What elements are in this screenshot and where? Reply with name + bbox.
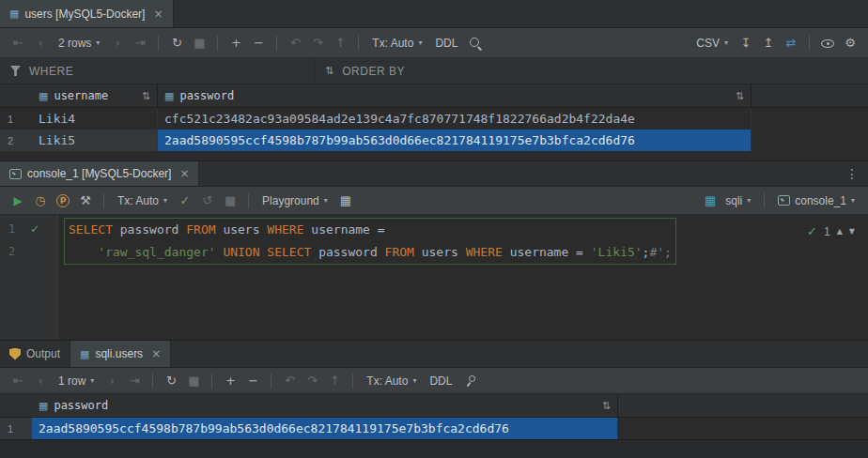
- editor-code-area[interactable]: SELECT password FROM users WHERE usernam…: [58, 215, 868, 340]
- schema-switcher-dropdown[interactable]: ▦ sqli ▾: [694, 191, 756, 211]
- code-token: WHERE: [466, 245, 510, 259]
- row-number-gutter: [0, 394, 32, 417]
- code-line[interactable]: SELECT password FROM users WHERE usernam…: [69, 219, 672, 241]
- ddl-label: DDL: [429, 374, 452, 388]
- code-token: SELECT: [69, 222, 120, 237]
- undo-icon[interactable]: ↶: [279, 371, 300, 391]
- grid-header-row: ▦ username ⇅ ▦ password ⇅: [0, 84, 868, 108]
- code-line[interactable]: 'raw_sql_danger' UNION SELECT password F…: [69, 241, 672, 264]
- tab-label: users [MySQL5-Docker]: [24, 8, 145, 21]
- first-page-icon[interactable]: ⇤: [8, 371, 28, 391]
- page-size-dropdown[interactable]: 2 rows ▾: [53, 33, 105, 53]
- where-filter-field[interactable]: WHERE: [0, 58, 315, 84]
- cell-username[interactable]: Liki5: [32, 130, 158, 151]
- tab-result-grid[interactable]: ▦ sqli.users ×: [70, 341, 171, 367]
- next-page-icon[interactable]: ›: [107, 33, 128, 53]
- pin-icon: [463, 374, 477, 388]
- editor-tab-bar: ▦ users [MySQL5-Docker] ×: [0, 0, 868, 28]
- tx-mode-dropdown[interactable]: Tx: Auto ▾: [112, 191, 173, 211]
- submit-icon[interactable]: ↑: [330, 33, 350, 53]
- refresh-icon[interactable]: ↻: [166, 33, 187, 53]
- toolbar-separator: [276, 36, 277, 51]
- delete-row-icon[interactable]: −: [242, 371, 263, 391]
- cell-username[interactable]: Liki4: [32, 108, 158, 130]
- pin-tab-icon[interactable]: [459, 371, 480, 391]
- toolbar-separator: [103, 193, 104, 208]
- tx-mode-dropdown[interactable]: Tx: Auto ▾: [361, 371, 422, 391]
- sort-toggle-icon[interactable]: ⇅: [142, 90, 150, 102]
- code-token: =: [378, 222, 385, 237]
- rollback-icon[interactable]: ↺: [197, 191, 218, 211]
- stop-icon[interactable]: ■: [220, 191, 240, 211]
- settings-icon[interactable]: ⚙: [840, 33, 860, 53]
- more-options-icon[interactable]: ⋮: [836, 161, 868, 186]
- sort-toggle-icon[interactable]: ⇅: [602, 400, 611, 412]
- toolbar-separator: [248, 193, 249, 208]
- add-row-icon[interactable]: +: [225, 33, 246, 53]
- injected-fragment-highlight: SELECT password FROM users WHERE usernam…: [64, 218, 676, 265]
- grid-filter-bar: WHERE ⇅ ORDER BY: [0, 58, 868, 84]
- first-page-icon[interactable]: ⇤: [8, 33, 28, 53]
- tab-console[interactable]: console_1 [MySQL5-Docker] ×: [0, 161, 199, 186]
- nav-down-icon[interactable]: ▼: [849, 221, 855, 243]
- stop-icon[interactable]: ■: [189, 33, 209, 53]
- column-header-password[interactable]: ▦ password ⇅: [32, 394, 618, 417]
- delete-row-icon[interactable]: −: [248, 33, 269, 53]
- tx-mode-dropdown[interactable]: Tx: Auto ▾: [366, 33, 427, 53]
- view-options-icon[interactable]: [817, 33, 838, 53]
- stop-icon[interactable]: ■: [183, 371, 204, 391]
- import-data-icon[interactable]: ↥: [758, 33, 779, 53]
- ddl-button[interactable]: DDL: [424, 371, 457, 391]
- order-by-field[interactable]: ⇅ ORDER BY: [315, 58, 868, 84]
- close-icon[interactable]: ×: [179, 167, 189, 180]
- tab-users-grid[interactable]: ▦ users [MySQL5-Docker] ×: [0, 0, 174, 27]
- last-page-icon[interactable]: ⇥: [130, 33, 150, 53]
- previous-page-icon[interactable]: ‹: [30, 371, 51, 391]
- chevron-down-icon: ▾: [90, 376, 94, 385]
- console-switcher-dropdown[interactable]: console_1 ▾: [772, 191, 860, 211]
- tools-icon[interactable]: ⚒: [75, 191, 96, 211]
- column-header-password[interactable]: ▦ password ⇅: [158, 84, 752, 107]
- cell-password-selected[interactable]: 2aad5890595ccf4598b787b99ab563d0d66ec821…: [32, 418, 618, 439]
- eye-icon: [820, 36, 835, 51]
- refresh-icon[interactable]: ↻: [161, 371, 181, 391]
- sort-toggle-icon[interactable]: ⇅: [736, 90, 744, 102]
- cell-password[interactable]: cfc521c23482ac93a09584ad2e139c4a7fc87077…: [158, 108, 752, 130]
- ddl-button[interactable]: DDL: [429, 33, 463, 53]
- undo-icon[interactable]: ↶: [285, 33, 305, 53]
- code-token: FROM: [385, 245, 422, 259]
- run-icon[interactable]: ▶: [8, 191, 28, 211]
- redo-icon[interactable]: ↷: [307, 33, 328, 53]
- close-icon[interactable]: ×: [153, 8, 163, 21]
- add-row-icon[interactable]: +: [220, 371, 240, 391]
- chevron-down-icon: ▾: [418, 38, 422, 47]
- gutter-line: 2: [0, 240, 57, 263]
- output-layout-icon[interactable]: ▦: [335, 191, 356, 211]
- page-size-dropdown[interactable]: 1 row ▾: [53, 371, 100, 391]
- profiler-icon[interactable]: P: [53, 191, 73, 211]
- compare-data-icon[interactable]: ⇄: [781, 33, 801, 53]
- next-page-icon[interactable]: ›: [101, 371, 122, 391]
- redo-icon[interactable]: ↷: [302, 371, 322, 391]
- search-icon[interactable]: [465, 33, 486, 53]
- history-icon[interactable]: ◷: [30, 191, 51, 211]
- toolbar-separator: [352, 374, 353, 389]
- tx-mode-label: Tx: Auto: [372, 37, 413, 50]
- sql-editor[interactable]: 1 ✓ 2 SELECT password FROM users WHERE u…: [0, 215, 868, 340]
- column-header-username[interactable]: ▦ username ⇅: [32, 84, 158, 107]
- commit-icon[interactable]: ✓: [175, 191, 195, 211]
- cell-password-selected[interactable]: 2aad5890595ccf4598b787b99ab563d0d66ec821…: [158, 130, 752, 151]
- tab-label: sqli.users: [95, 347, 143, 360]
- line-number: 2: [8, 240, 15, 263]
- tab-output[interactable]: Output: [0, 341, 70, 367]
- export-format-dropdown[interactable]: CSV ▾: [690, 33, 734, 53]
- close-icon[interactable]: ×: [151, 347, 161, 360]
- export-data-icon[interactable]: ↧: [736, 33, 756, 53]
- last-page-icon[interactable]: ⇥: [124, 371, 145, 391]
- submit-icon[interactable]: ↑: [324, 371, 345, 391]
- code-token: users: [422, 245, 466, 259]
- playground-mode-dropdown[interactable]: Playground ▾: [256, 191, 333, 211]
- nav-up-icon[interactable]: ▲: [837, 221, 843, 243]
- previous-page-icon[interactable]: ‹: [30, 33, 51, 53]
- code-token: 'Liki5': [591, 245, 643, 259]
